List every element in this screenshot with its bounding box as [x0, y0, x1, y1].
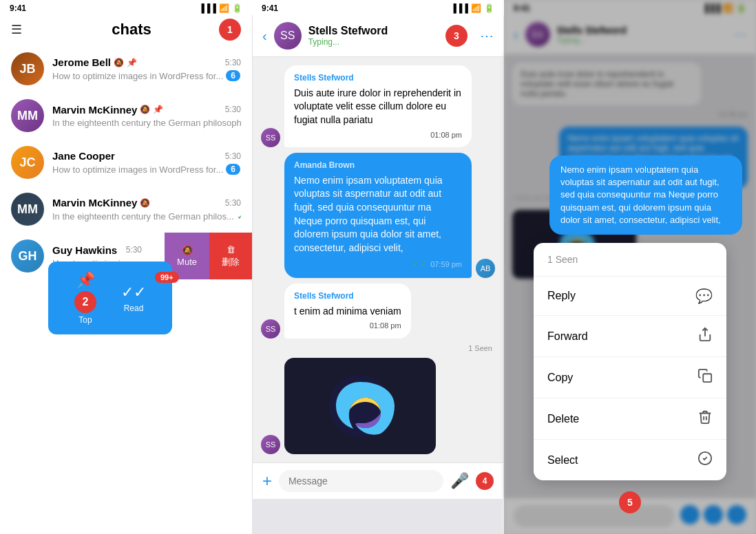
chat-name-row: Jerome Bell 🔕 📌 5:30	[52, 56, 241, 68]
seen-indicator: 1 Seen	[261, 344, 495, 352]
battery-icon: 🔋	[232, 3, 242, 13]
delete-icon	[697, 409, 713, 428]
avatar-jerome: JB	[11, 52, 44, 85]
chat-item-marvin2[interactable]: MM Marvin McKinney 🔕 5:30 In the eightee…	[0, 186, 252, 233]
action-bar: 📌 2 Top ✓✓ Read	[48, 261, 172, 334]
reply-label: Reply	[547, 290, 576, 302]
context-item-forward[interactable]: Forward	[534, 316, 726, 357]
avatar-jane: JC	[11, 146, 44, 179]
avatar-guy: GH	[11, 239, 44, 273]
message-image	[284, 358, 436, 454]
message-row-2: AB Amanda Brown Nemo enim ipsam voluptat…	[261, 153, 495, 278]
chat-item-jerome[interactable]: JB Jerome Bell 🔕 📌 5:30 How to optimize …	[0, 45, 252, 92]
seen-label: 1 Seen	[547, 254, 578, 265]
message-image-container[interactable]	[284, 358, 436, 454]
chat-content-marvin2: Marvin McKinney 🔕 5:30 In the eighteenth…	[52, 197, 241, 222]
read-action-icon: ✓✓	[121, 284, 146, 301]
message-bubble-1[interactable]: Stells Stefword Duis aute irure dolor in…	[284, 65, 472, 147]
message-sender-1: Stells Stefword	[294, 72, 462, 84]
chat-time-m1: 5:30	[225, 105, 241, 114]
delete-btn-icon: 🗑	[227, 244, 235, 255]
unread-badge-jerome: 6	[226, 70, 240, 81]
chat-preview-m1: In the eighteenth century the German phi…	[52, 118, 241, 128]
chat-name-row-m1: Marvin McKinney 🔕 📌 5:30	[52, 104, 241, 116]
m-battery-icon: 🔋	[484, 3, 494, 13]
pin-action-icon: 📌	[76, 271, 95, 289]
input-badge: 4	[476, 472, 494, 490]
read-action[interactable]: ✓✓ Read	[121, 284, 146, 313]
chats-title: chats	[22, 21, 241, 39]
mute-btn-icon: 🔕	[182, 245, 193, 255]
header-status: Typing...	[308, 37, 439, 47]
chat-name-guy: Guy Hawkins	[52, 244, 117, 256]
message-bubble-3[interactable]: Stells Stefword t enim ad minima veniam …	[284, 284, 411, 339]
chat-preview-m2: In the eighteenth century the German phi…	[52, 211, 241, 222]
delete-button[interactable]: 🗑 删除	[209, 233, 252, 279]
chat-preview-jerome: How to optimize images in WordPress for.…	[52, 70, 241, 81]
add-attachment-button[interactable]: +	[262, 471, 272, 491]
signal-icon: ▐▐▐	[198, 3, 216, 13]
chat-time-m2: 5:30	[225, 198, 241, 208]
message-text-3: t enim ad minima veniam	[294, 305, 401, 319]
header-avatar: SS	[274, 22, 302, 50]
chat-name-marvin2: Marvin McKinney 🔕	[52, 197, 150, 209]
menu-icon[interactable]: ☰	[11, 22, 22, 37]
chat-time-jerome: 5:30	[225, 58, 241, 67]
message-text-2: Nemo enim ipsam voluptatem quia voluptas…	[294, 174, 462, 255]
new-chat-badge[interactable]: 1	[219, 19, 241, 41]
back-button[interactable]: ‹	[262, 28, 267, 44]
chat-item-marvin1[interactable]: MM Marvin McKinney 🔕 📌 5:30 In the eight…	[0, 92, 252, 139]
message-input[interactable]	[279, 470, 443, 492]
mute-btn-label: Mute	[177, 257, 197, 267]
chat-preview-jane: How to optimize images in WordPress for.…	[52, 164, 241, 175]
middle-time: 9:41	[262, 3, 278, 13]
message-time-1: 01:08 pm	[294, 130, 462, 140]
more-options-icon[interactable]: ⋯	[480, 28, 494, 44]
chat-conversation-panel: ‹ SS Stells Stefword Typing... 3 ⋯ SS St…	[252, 15, 504, 499]
send-button[interactable]: 🎤	[450, 472, 469, 490]
middle-status-bar: 9:41 ▐▐▐ 📶 🔋	[252, 0, 504, 15]
message-row-1: SS Stells Stefword Duis aute irure dolor…	[261, 65, 495, 147]
context-menu-badge: 5	[619, 491, 641, 513]
message-sender-3: Stells Stefword	[294, 290, 401, 302]
mute-icon: 🔕	[114, 58, 124, 67]
unread-count-badge: 99+	[155, 272, 179, 283]
context-item-delete[interactable]: Delete	[534, 398, 726, 440]
left-status-icons: ▐▐▐ 📶 🔋	[198, 3, 242, 13]
chat-time-jane: 5:30	[225, 151, 241, 161]
messages-area: SS Stells Stefword Duis aute irure dolor…	[253, 57, 503, 462]
unread-badge-jane: 6	[226, 164, 240, 175]
select-label: Select	[547, 454, 578, 467]
delete-label: Delete	[547, 413, 579, 425]
m-wifi-icon: 📶	[471, 3, 481, 13]
message-time-3: 01:08 pm	[294, 321, 401, 331]
chat-content-marvin1: Marvin McKinney 🔕 📌 5:30 In the eighteen…	[52, 104, 241, 128]
top-action[interactable]: 📌 2 Top	[74, 271, 96, 325]
header-badge: 3	[445, 25, 468, 47]
chat-name-row-jane: Jane Cooper 5:30	[52, 150, 241, 162]
message-bubble-2[interactable]: Amanda Brown Nemo enim ipsam voluptatem …	[284, 153, 472, 278]
context-item-reply[interactable]: Reply 💬	[534, 277, 726, 316]
avatar-marvin2: MM	[11, 193, 44, 226]
read-check-icon: ✓✓	[237, 211, 241, 222]
pin-icon: 📌	[127, 58, 137, 67]
copy-label: Copy	[547, 372, 573, 384]
chat-name-row-m2: Marvin McKinney 🔕 5:30	[52, 197, 241, 209]
context-item-copy[interactable]: Copy	[534, 357, 726, 398]
avatar-marvin1: MM	[11, 99, 44, 132]
chats-header: ☰ chats 1	[0, 15, 252, 45]
swipe-actions: 🔕 Mute 🗑 删除	[165, 233, 252, 279]
left-status-bar: 9:41 ▐▐▐ 📶 🔋	[0, 0, 252, 15]
chat-item-jane[interactable]: JC Jane Cooper 5:30 How to optimize imag…	[0, 139, 252, 186]
chats-panel: 9:41 ▐▐▐ 📶 🔋 ☰ chats 1 JB Jerome Bell 🔕 …	[0, 0, 252, 534]
context-item-select[interactable]: Select	[534, 440, 726, 480]
header-info: Stells Stefword Typing...	[308, 25, 439, 47]
forward-label: Forward	[547, 330, 588, 343]
input-bar: + 🎤 4	[253, 462, 503, 499]
sender-avatar-1: SS	[261, 128, 280, 147]
delete-btn-label: 删除	[222, 256, 240, 268]
message-text-1: Duis aute irure dolor in reprehenderit i…	[294, 87, 462, 127]
chat-name-jerome: Jerome Bell 🔕 📌	[52, 56, 137, 68]
copy-icon	[697, 368, 713, 387]
message-sender-2: Amanda Brown	[294, 160, 462, 171]
